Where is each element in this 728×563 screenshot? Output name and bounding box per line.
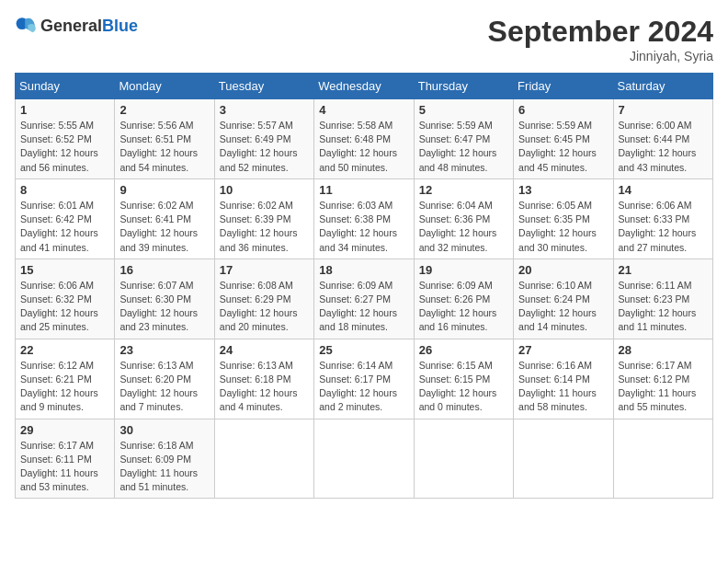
day-detail: Sunrise: 5:59 AMSunset: 6:45 PMDaylight:…	[518, 119, 608, 175]
day-cell-29: 29 Sunrise: 6:17 AMSunset: 6:11 PMDaylig…	[16, 419, 115, 499]
day-cell-15: 15 Sunrise: 6:06 AMSunset: 6:32 PMDaylig…	[16, 259, 115, 339]
day-detail: Sunrise: 6:06 AMSunset: 6:32 PMDaylight:…	[20, 279, 109, 335]
day-cell-1: 1 Sunrise: 5:55 AMSunset: 6:52 PMDayligh…	[16, 99, 115, 179]
day-cell-13: 13 Sunrise: 6:05 AMSunset: 6:35 PMDaylig…	[514, 178, 613, 259]
day-number: 18	[319, 263, 408, 277]
day-cell-9: 9 Sunrise: 6:02 AMSunset: 6:41 PMDayligh…	[115, 178, 214, 259]
day-number: 21	[619, 263, 708, 277]
day-detail: Sunrise: 6:16 AMSunset: 6:14 PMDaylight:…	[518, 359, 608, 415]
day-cell-14: 14 Sunrise: 6:06 AMSunset: 6:33 PMDaylig…	[613, 178, 712, 259]
day-detail: Sunrise: 5:57 AMSunset: 6:49 PMDaylight:…	[220, 119, 309, 175]
day-number: 29	[20, 423, 109, 437]
day-detail: Sunrise: 6:09 AMSunset: 6:26 PMDaylight:…	[419, 279, 508, 335]
day-detail: Sunrise: 6:15 AMSunset: 6:15 PMDaylight:…	[419, 359, 508, 415]
day-detail: Sunrise: 6:09 AMSunset: 6:27 PMDaylight:…	[319, 279, 408, 335]
day-detail: Sunrise: 6:02 AMSunset: 6:41 PMDaylight:…	[119, 199, 209, 255]
day-detail: Sunrise: 6:05 AMSunset: 6:35 PMDaylight:…	[518, 199, 608, 255]
logo-text: GeneralBlue	[40, 17, 138, 36]
empty-cell	[314, 419, 414, 499]
day-detail: Sunrise: 6:18 AMSunset: 6:09 PMDaylight:…	[119, 439, 209, 495]
day-cell-27: 27 Sunrise: 6:16 AMSunset: 6:14 PMDaylig…	[514, 339, 613, 419]
day-number: 24	[220, 343, 309, 357]
header-thursday: Thursday	[414, 74, 513, 99]
day-number: 13	[518, 183, 608, 197]
day-cell-10: 10 Sunrise: 6:02 AMSunset: 6:39 PMDaylig…	[214, 178, 313, 259]
header: GeneralBlue September 2024 Jinniyah, Syr…	[15, 15, 713, 63]
day-cell-28: 28 Sunrise: 6:17 AMSunset: 6:12 PMDaylig…	[613, 339, 712, 419]
logo-icon	[15, 15, 37, 37]
logo: GeneralBlue	[15, 15, 138, 37]
day-number: 7	[619, 103, 708, 117]
day-number: 3	[220, 103, 309, 117]
day-detail: Sunrise: 6:01 AMSunset: 6:42 PMDaylight:…	[20, 199, 109, 255]
week-row-3: 15 Sunrise: 6:06 AMSunset: 6:32 PMDaylig…	[16, 259, 713, 339]
logo-blue: Blue	[102, 17, 138, 35]
day-number: 12	[419, 183, 508, 197]
day-number: 20	[518, 263, 608, 277]
day-cell-26: 26 Sunrise: 6:15 AMSunset: 6:15 PMDaylig…	[414, 339, 513, 419]
header-monday: Monday	[115, 74, 214, 99]
day-number: 27	[518, 343, 608, 357]
day-detail: Sunrise: 5:55 AMSunset: 6:52 PMDaylight:…	[20, 119, 109, 175]
header-saturday: Saturday	[613, 74, 712, 99]
day-detail: Sunrise: 6:07 AMSunset: 6:30 PMDaylight:…	[119, 279, 209, 335]
empty-cell	[613, 419, 712, 499]
logo-general: General	[40, 17, 102, 35]
day-cell-21: 21 Sunrise: 6:11 AMSunset: 6:23 PMDaylig…	[613, 259, 712, 339]
day-number: 16	[119, 263, 209, 277]
day-cell-11: 11 Sunrise: 6:03 AMSunset: 6:38 PMDaylig…	[314, 178, 414, 259]
weekday-header-row: Sunday Monday Tuesday Wednesday Thursday…	[16, 74, 713, 99]
day-number: 23	[119, 343, 209, 357]
day-detail: Sunrise: 6:02 AMSunset: 6:39 PMDaylight:…	[220, 199, 309, 255]
day-number: 4	[319, 103, 408, 117]
day-detail: Sunrise: 6:17 AMSunset: 6:11 PMDaylight:…	[20, 439, 109, 495]
day-cell-12: 12 Sunrise: 6:04 AMSunset: 6:36 PMDaylig…	[414, 178, 513, 259]
week-row-4: 22 Sunrise: 6:12 AMSunset: 6:21 PMDaylig…	[16, 339, 713, 419]
day-detail: Sunrise: 6:03 AMSunset: 6:38 PMDaylight:…	[319, 199, 408, 255]
day-cell-18: 18 Sunrise: 6:09 AMSunset: 6:27 PMDaylig…	[314, 259, 414, 339]
day-cell-24: 24 Sunrise: 6:13 AMSunset: 6:18 PMDaylig…	[214, 339, 313, 419]
day-detail: Sunrise: 6:08 AMSunset: 6:29 PMDaylight:…	[220, 279, 309, 335]
day-number: 17	[220, 263, 309, 277]
day-cell-25: 25 Sunrise: 6:14 AMSunset: 6:17 PMDaylig…	[314, 339, 414, 419]
day-cell-2: 2 Sunrise: 5:56 AMSunset: 6:51 PMDayligh…	[115, 99, 214, 179]
week-row-5: 29 Sunrise: 6:17 AMSunset: 6:11 PMDaylig…	[16, 419, 713, 499]
week-row-2: 8 Sunrise: 6:01 AMSunset: 6:42 PMDayligh…	[16, 178, 713, 259]
day-detail: Sunrise: 5:58 AMSunset: 6:48 PMDaylight:…	[319, 119, 408, 175]
day-number: 6	[518, 103, 608, 117]
header-tuesday: Tuesday	[214, 74, 313, 99]
day-number: 9	[119, 183, 209, 197]
day-cell-8: 8 Sunrise: 6:01 AMSunset: 6:42 PMDayligh…	[16, 178, 115, 259]
day-detail: Sunrise: 5:59 AMSunset: 6:47 PMDaylight:…	[419, 119, 508, 175]
empty-cell	[214, 419, 313, 499]
day-number: 5	[419, 103, 508, 117]
header-wednesday: Wednesday	[314, 74, 414, 99]
day-number: 11	[319, 183, 408, 197]
day-cell-17: 17 Sunrise: 6:08 AMSunset: 6:29 PMDaylig…	[214, 259, 313, 339]
day-cell-23: 23 Sunrise: 6:13 AMSunset: 6:20 PMDaylig…	[115, 339, 214, 419]
day-detail: Sunrise: 6:17 AMSunset: 6:12 PMDaylight:…	[619, 359, 708, 415]
day-cell-30: 30 Sunrise: 6:18 AMSunset: 6:09 PMDaylig…	[115, 419, 214, 499]
calendar-table: Sunday Monday Tuesday Wednesday Thursday…	[15, 73, 713, 499]
day-cell-20: 20 Sunrise: 6:10 AMSunset: 6:24 PMDaylig…	[514, 259, 613, 339]
day-number: 2	[119, 103, 209, 117]
day-number: 25	[319, 343, 408, 357]
day-cell-5: 5 Sunrise: 5:59 AMSunset: 6:47 PMDayligh…	[414, 99, 513, 179]
day-cell-16: 16 Sunrise: 6:07 AMSunset: 6:30 PMDaylig…	[115, 259, 214, 339]
day-number: 30	[119, 423, 209, 437]
header-friday: Friday	[514, 74, 613, 99]
day-detail: Sunrise: 6:10 AMSunset: 6:24 PMDaylight:…	[518, 279, 608, 335]
day-number: 14	[619, 183, 708, 197]
day-number: 15	[20, 263, 109, 277]
day-number: 22	[20, 343, 109, 357]
day-detail: Sunrise: 6:12 AMSunset: 6:21 PMDaylight:…	[20, 359, 109, 415]
day-number: 10	[220, 183, 309, 197]
day-detail: Sunrise: 6:04 AMSunset: 6:36 PMDaylight:…	[419, 199, 508, 255]
day-cell-3: 3 Sunrise: 5:57 AMSunset: 6:49 PMDayligh…	[214, 99, 313, 179]
day-cell-4: 4 Sunrise: 5:58 AMSunset: 6:48 PMDayligh…	[314, 99, 414, 179]
day-number: 19	[419, 263, 508, 277]
day-cell-7: 7 Sunrise: 6:00 AMSunset: 6:44 PMDayligh…	[613, 99, 712, 179]
week-row-1: 1 Sunrise: 5:55 AMSunset: 6:52 PMDayligh…	[16, 99, 713, 179]
header-sunday: Sunday	[16, 74, 115, 99]
day-detail: Sunrise: 6:14 AMSunset: 6:17 PMDaylight:…	[319, 359, 408, 415]
